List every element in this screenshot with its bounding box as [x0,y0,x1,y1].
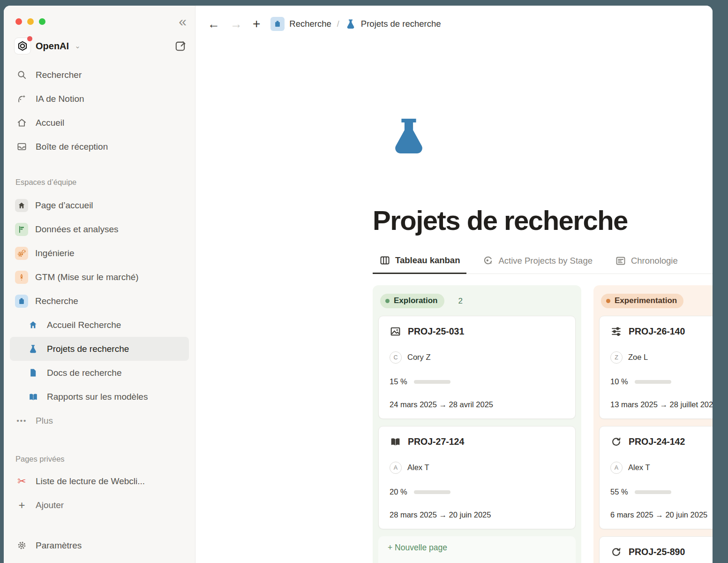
page-flask-icon[interactable] [390,116,713,161]
sidebar-item-webclipper-list[interactable]: ✂ Liste de lecture de Webcli... [4,469,195,493]
book-icon [27,392,39,402]
sidebar-item-inbox[interactable]: Boîte de réception [4,135,195,159]
sidebar-item-settings[interactable]: Paramètres [4,533,195,557]
sidebar-item-label: Rapports sur les modèles [47,392,148,402]
progress-bar [414,380,450,384]
window-controls: « [15,18,187,25]
back-icon[interactable]: ← [208,17,220,31]
sidebar-nav: Rechercher IA de Notion [4,63,195,159]
sidebar-item-research[interactable]: Recherche [4,289,195,313]
inbox-icon [15,141,28,152]
workspace-switcher[interactable]: OpenAI ⌄ [14,36,187,56]
sidebar-item-home[interactable]: Accueil [4,111,195,135]
refresh-icon [610,436,622,448]
sidebar-item-homepage[interactable]: Page d’accueil [4,193,195,217]
compose-icon[interactable] [174,40,187,52]
card-title: PROJ-25-890 [629,547,685,557]
chevron-down-icon: ⌄ [75,42,81,50]
tab-label: Active Projects by Stage [498,256,593,266]
clipboard-tile-icon [15,295,28,308]
sidebar-item-label: Accueil [36,118,64,128]
collapse-sidebar-icon[interactable]: « [179,18,187,25]
sidebar-item-search[interactable]: Rechercher [4,63,195,87]
tab-active-projects-by-stage[interactable]: Active Projects by Stage [476,255,599,274]
sidebar-item-more[interactable]: ••• Plus [4,409,195,433]
zoom-window-button[interactable] [39,18,45,25]
sidebar-item-gtm[interactable]: GTM (Mise sur le marché) [4,265,195,289]
assignee-name: Alex T [628,463,650,472]
breadcrumb-current[interactable]: Projets de recherche [361,19,441,29]
book-icon [390,436,401,448]
forward-icon[interactable]: → [230,17,242,31]
progress-label: 55 % [610,487,628,496]
image-icon [390,326,401,337]
sidebar-item-engineering[interactable]: Ingénierie [4,241,195,265]
card-title: PROJ-26-140 [629,326,685,337]
close-window-button[interactable] [15,18,22,25]
sidebar-item-label: Boîte de réception [36,142,108,152]
tab-timeline[interactable]: Chronologie [608,255,684,274]
sidebar-item-notion-ai[interactable]: IA de Notion [4,87,195,111]
column-count: 2 [458,297,463,306]
notion-ai-icon [15,93,28,104]
status-dot-icon [606,299,610,303]
sidebar-item-label: Projets de recherche [47,344,129,354]
refresh-icon [610,546,622,558]
breadcrumb-root[interactable]: Recherche [289,19,331,29]
sidebar-item-label: Données et analyses [35,224,118,235]
minimize-window-button[interactable] [27,18,34,25]
doc-icon [27,368,39,378]
new-page-button[interactable]: + Nouvelle page [378,536,576,563]
gear-icon [15,540,28,551]
status-label: Experimentation [615,296,677,305]
column-header[interactable]: Experimentation [601,294,713,308]
kanban-card[interactable]: PROJ-25-890 [599,536,713,563]
flag-tile-icon [15,223,28,236]
sidebar-item-add-page[interactable]: + Ajouter [4,493,195,517]
teamspaces-section-label: Espaces d’équipe [15,175,195,187]
sidebar-item-model-reports[interactable]: Rapports sur les modèles [4,385,195,409]
avatar: C [390,351,402,364]
page-content: Projets de recherche Tableau kanban [373,116,713,563]
tab-label: Chronologie [631,256,678,266]
sidebar-item-label: Ingénierie [35,248,74,259]
sidebar-item-data-analytics[interactable]: Données et analyses [4,217,195,241]
card-title: PROJ-24-142 [629,436,685,447]
assignee-name: Cory Z [407,353,431,362]
column-header[interactable]: Exploration 2 [380,294,574,308]
kanban-card[interactable]: PROJ-25-031 C Cory Z 15 % 24 mars 2025 →… [378,316,576,419]
sidebar-item-label: Recherche [35,296,78,306]
tab-kanban[interactable]: Tableau kanban [373,255,466,274]
kanban-card[interactable]: PROJ-27-124 A Alex T 20 % 28 mars 2025 →… [378,426,576,529]
kanban-card[interactable]: PROJ-24-142 A Alex T 55 % 6 mars 2025 → … [599,426,713,529]
progress-label: 20 % [390,487,407,496]
status-label: Exploration [394,296,438,305]
kanban-card[interactable]: PROJ-26-140 Z Zoe L 10 % 13 mars 2025 → … [599,316,713,419]
gears-tile-icon [15,247,28,260]
progress-bar [414,490,450,494]
sidebar-item-label: Accueil Recherche [47,320,121,330]
breadcrumb-separator: / [337,19,339,29]
progress-bar [635,490,671,494]
status-badge: Experimentation [601,294,683,308]
timeline-icon [615,255,626,266]
kanban-column-experimentation: Experimentation [593,285,713,563]
sidebar-item-research-docs[interactable]: Docs de recherche [4,361,195,385]
card-title: PROJ-27-124 [408,436,464,447]
sidebar-item-label: Ajouter [36,500,64,510]
progress-bar [635,380,671,384]
home-blue-icon [27,320,39,330]
page-title: Projets de recherche [373,205,713,236]
sidebar-item-research-home[interactable]: Accueil Recherche [4,313,195,337]
sidebar-item-label: Page d’accueil [35,200,93,211]
plus-icon: + [15,499,28,512]
private-pages-list: ✂ Liste de lecture de Webcli... + Ajoute… [4,469,195,517]
sidebar: « OpenAI ⌄ [4,6,195,563]
new-page-icon[interactable]: + [253,16,260,31]
ellipsis-icon: ••• [15,417,28,425]
home-tile-icon [15,199,28,212]
sidebar-item-label: IA de Notion [36,94,84,104]
sidebar-item-label: GTM (Mise sur le marché) [35,272,139,282]
sidebar-item-research-projects[interactable]: Projets de recherche [10,337,189,361]
card-title: PROJ-25-031 [408,326,464,337]
